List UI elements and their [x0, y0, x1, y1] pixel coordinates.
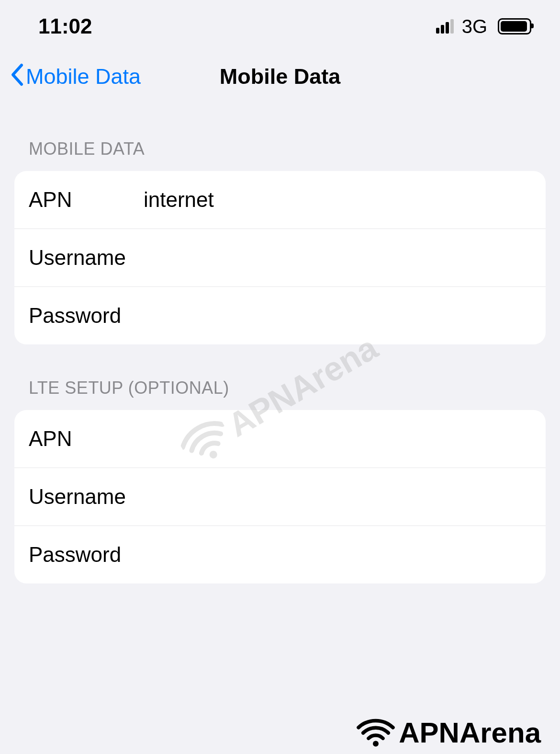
section-body: APN Username Password — [14, 410, 546, 583]
page-title: Mobile Data — [220, 64, 341, 89]
field-row-lte-apn[interactable]: APN — [14, 410, 546, 468]
section-header-mobile-data: MOBILE DATA — [0, 139, 560, 171]
time-label: 11:02 — [38, 14, 92, 38]
field-row-password[interactable]: Password — [14, 287, 546, 344]
field-row-username[interactable]: Username — [14, 229, 546, 287]
chevron-left-icon — [10, 63, 24, 91]
status-bar: 11:02 3G — [0, 0, 560, 48]
network-type-label: 3G — [462, 16, 487, 37]
lte-username-field[interactable] — [144, 485, 531, 509]
field-label-username: Username — [29, 485, 144, 509]
lte-password-field[interactable] — [144, 543, 531, 567]
apn-field[interactable] — [144, 188, 531, 212]
section-body: APN Username Password — [14, 171, 546, 344]
field-label-apn: APN — [29, 188, 144, 212]
signal-icon — [436, 19, 454, 34]
password-field[interactable] — [144, 304, 531, 328]
nav-bar: Mobile Data Mobile Data — [0, 48, 560, 105]
field-row-apn[interactable]: APN — [14, 171, 546, 229]
field-label-password: Password — [29, 304, 144, 328]
battery-icon — [498, 18, 531, 34]
back-button[interactable]: Mobile Data — [10, 63, 141, 91]
section-mobile-data: MOBILE DATA APN Username Password — [0, 139, 560, 344]
section-lte-setup: LTE SETUP (OPTIONAL) APN Username Passwo… — [0, 378, 560, 583]
svg-point-1 — [373, 741, 379, 746]
back-label: Mobile Data — [26, 64, 141, 89]
field-row-lte-password[interactable]: Password — [14, 526, 546, 583]
watermark-bottom: APNArena — [357, 716, 541, 749]
field-label-apn: APN — [29, 427, 144, 451]
username-field[interactable] — [144, 246, 531, 270]
section-header-lte: LTE SETUP (OPTIONAL) — [0, 378, 560, 410]
watermark-text: APNArena — [399, 716, 541, 749]
lte-apn-field[interactable] — [144, 427, 531, 451]
status-right: 3G — [436, 16, 531, 37]
field-label-username: Username — [29, 246, 144, 270]
field-row-lte-username[interactable]: Username — [14, 468, 546, 526]
wifi-icon — [357, 719, 395, 747]
field-label-password: Password — [29, 543, 144, 567]
